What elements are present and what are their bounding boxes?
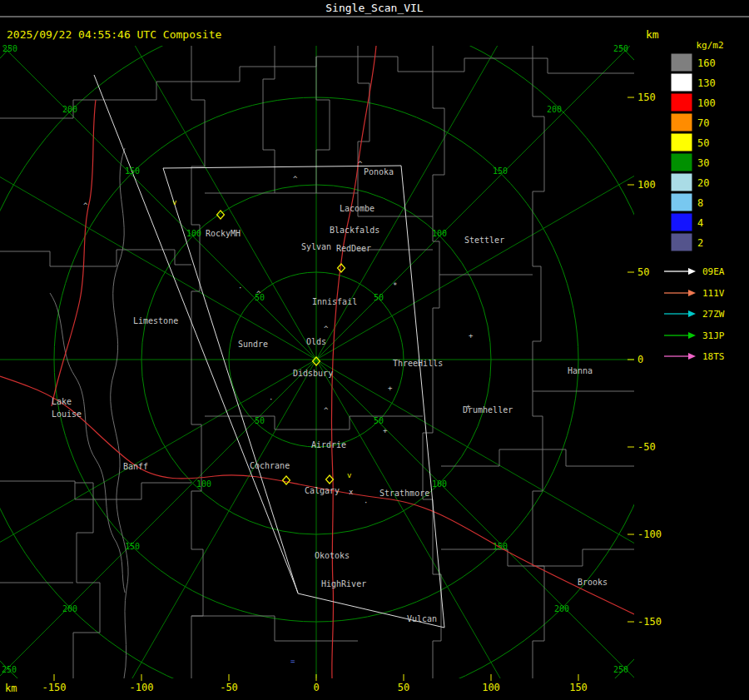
city-label: Strathmore (379, 489, 429, 498)
colorbar-swatch (671, 93, 692, 112)
right-axis-tick-label: 0 (637, 354, 643, 365)
colorbar-swatch (671, 53, 692, 72)
point-marker: · (364, 499, 368, 507)
point-marker: + (388, 384, 393, 392)
point-marker: v (347, 471, 351, 479)
ring-distance-label: 200 (62, 604, 77, 613)
point-marker: + (466, 402, 471, 410)
point-marker: ^ (324, 406, 329, 415)
city-label: Blackfalds (330, 226, 379, 235)
colorbar-value-label: 130 (697, 77, 716, 89)
ring-distance-label: 200 (62, 105, 77, 114)
city-label: Airdrie (311, 440, 346, 449)
city-label: Brooks (578, 578, 608, 587)
right-axis-tick-label: -50 (637, 441, 656, 453)
point-marker: ^ (324, 325, 329, 333)
ring-distance-label: 250 (2, 665, 17, 674)
point-marker: ^ (83, 201, 88, 210)
point-marker: · (269, 395, 273, 404)
point-marker: x (349, 488, 354, 496)
colorbar-value-label: 160 (697, 57, 716, 69)
point-marker: ^ (256, 290, 261, 298)
city-label: RockyMH (206, 229, 241, 238)
bottom-axis-tick-label: -150 (42, 682, 67, 693)
colorbar-swatch (671, 153, 692, 171)
radar-id-label: 09EA (702, 266, 725, 277)
bottom-axis-units-label: km (5, 683, 17, 694)
right-axis-units-label: km (646, 28, 659, 41)
city-label: Stettler (464, 236, 504, 245)
ring-distance-label: 150 (125, 542, 140, 551)
city-label: Lacombe (340, 204, 374, 213)
window-title: Single_Scan_VIL (325, 2, 424, 14)
app-background (0, 0, 749, 700)
point-marker: v (172, 198, 176, 206)
city-label: ThreeHills (393, 359, 443, 368)
colorbar-swatch (671, 73, 692, 92)
point-marker: + (383, 426, 388, 434)
city-label: HighRiver (321, 579, 366, 588)
city-label: Okotoks (315, 551, 350, 560)
colorbar-swatch (671, 233, 692, 251)
ring-distance-label: 50 (255, 416, 265, 425)
bottom-axis-tick-label: 150 (569, 682, 588, 693)
ring-distance-label: 250 (613, 44, 628, 53)
ring-distance-label: 50 (374, 293, 384, 302)
bottom-axis-tick-label: -50 (220, 682, 238, 693)
right-axis-tick-label: 150 (637, 92, 656, 103)
ring-distance-label: 150 (125, 166, 140, 176)
colorbar-value-label: 2 (697, 237, 703, 249)
point-marker: + (469, 331, 474, 340)
colorbar-value-label: 70 (697, 117, 709, 129)
radar-app-window: Single_Scan_VIL 2025/09/22 04:55:46 UTC … (0, 0, 749, 700)
city-label: Calgary (305, 486, 340, 495)
colorbar-swatch (671, 213, 692, 231)
city-label: Ponoka (364, 167, 394, 176)
ring-distance-label: 100 (432, 229, 447, 238)
city-label: Sundre (238, 340, 268, 349)
city-label: RedDeer (336, 244, 371, 253)
colorbar-swatch (671, 113, 692, 132)
city-label: Louise (52, 410, 82, 419)
city-label: Limestone (133, 316, 178, 325)
colorbar-value-label: 100 (697, 97, 716, 109)
point-marker: = (290, 657, 295, 665)
bottom-axis-tick-label: 0 (313, 682, 319, 693)
ring-distance-label: 150 (493, 166, 508, 176)
city-label: Olds (306, 337, 326, 346)
point-marker: ^ (293, 175, 298, 183)
right-axis-tick-label: 100 (637, 179, 656, 191)
radar-id-label: 31JP (702, 330, 725, 341)
bottom-axis-tick-label: 100 (482, 682, 500, 693)
colorbar-swatch (671, 193, 692, 211)
city-label: Sylvan (301, 242, 331, 251)
city-label: Cochrane (250, 461, 290, 470)
colorbar-value-label: 20 (697, 177, 709, 189)
timestamp-label: 2025/09/22 04:55:46 UTC Composite (7, 28, 221, 41)
ring-distance-label: 250 (613, 665, 628, 674)
colorbar-value-label: 30 (697, 157, 709, 169)
ring-distance-label: 100 (186, 229, 201, 238)
right-axis-tick-label: -150 (637, 616, 662, 628)
colorbar-swatch (671, 173, 692, 191)
colorbar-units-label: kg/m2 (696, 40, 723, 51)
city-label: Innisfail (312, 297, 357, 306)
ring-distance-label: 200 (554, 604, 569, 613)
colorbar-value-label: 8 (697, 197, 703, 209)
colorbar-value-label: 4 (697, 217, 703, 229)
ring-distance-label: 150 (493, 542, 508, 551)
bottom-axis-tick-label: 50 (398, 682, 409, 693)
radar-id-label: 27ZW (702, 309, 725, 320)
radar-id-label: 18TS (702, 351, 725, 362)
point-marker: ^ (358, 160, 363, 168)
radar-id-label: 111V (702, 288, 725, 299)
right-axis-tick-label: -100 (637, 529, 662, 540)
ring-distance-label: 250 (2, 44, 17, 53)
ring-distance-label: 200 (547, 105, 562, 114)
colorbar-value-label: 50 (697, 137, 709, 149)
bottom-axis-tick-label: -100 (130, 682, 154, 693)
point-marker: * (393, 281, 397, 290)
point-marker: · (238, 284, 242, 292)
city-label: Lake (52, 397, 72, 406)
ring-distance-label: 100 (196, 479, 211, 489)
